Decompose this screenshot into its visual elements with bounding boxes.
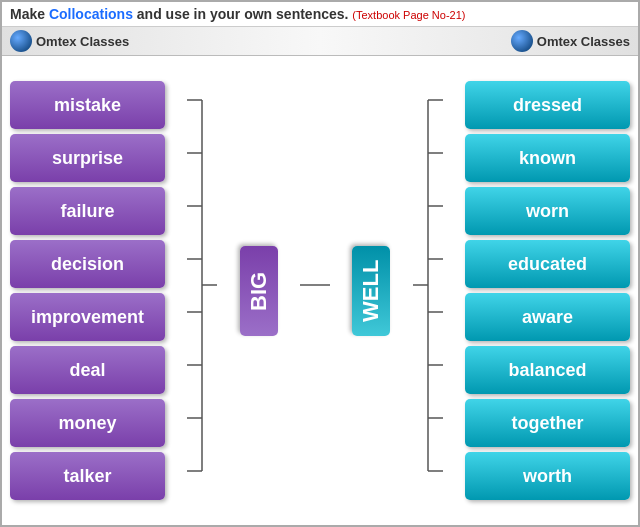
title-suffix: and use in your own sentences. <box>133 6 349 22</box>
title-prefix: Make <box>10 6 49 22</box>
left-item-6[interactable]: money <box>10 399 165 447</box>
right-word-group: dressed known worn educated aware balanc… <box>465 81 630 500</box>
right-item-7[interactable]: worth <box>465 452 630 500</box>
left-item-1[interactable]: surprise <box>10 134 165 182</box>
big-label: BIG <box>240 246 278 336</box>
left-item-2[interactable]: failure <box>10 187 165 235</box>
left-item-7[interactable]: talker <box>10 452 165 500</box>
header-title: Make Collocations and use in your own se… <box>2 2 638 27</box>
left-item-4[interactable]: improvement <box>10 293 165 341</box>
logo-right: Omtex Classes <box>511 30 630 52</box>
logo-left: Omtex Classes <box>10 30 129 52</box>
right-item-6[interactable]: together <box>465 399 630 447</box>
right-bracket <box>413 76 443 506</box>
left-item-3[interactable]: decision <box>10 240 165 288</box>
right-item-3[interactable]: educated <box>465 240 630 288</box>
logo-text-right: Omtex Classes <box>537 34 630 49</box>
globe-icon-right <box>511 30 533 52</box>
main-container: Make Collocations and use in your own se… <box>0 0 640 527</box>
reference: (Textbook Page No-21) <box>352 9 465 21</box>
logo-text-left: Omtex Classes <box>36 34 129 49</box>
right-item-2[interactable]: worn <box>465 187 630 235</box>
well-label: WELL <box>352 246 390 336</box>
center-connector <box>300 76 330 506</box>
left-item-0[interactable]: mistake <box>10 81 165 129</box>
main-content: mistake surprise failure decision improv… <box>2 56 638 525</box>
title-highlight: Collocations <box>49 6 133 22</box>
right-item-0[interactable]: dressed <box>465 81 630 129</box>
globe-icon-left <box>10 30 32 52</box>
right-item-1[interactable]: known <box>465 134 630 182</box>
right-item-4[interactable]: aware <box>465 293 630 341</box>
left-item-5[interactable]: deal <box>10 346 165 394</box>
right-item-5[interactable]: balanced <box>465 346 630 394</box>
left-bracket <box>187 76 217 506</box>
left-word-group: mistake surprise failure decision improv… <box>10 81 165 500</box>
logo-bar: Omtex Classes Omtex Classes <box>2 27 638 56</box>
